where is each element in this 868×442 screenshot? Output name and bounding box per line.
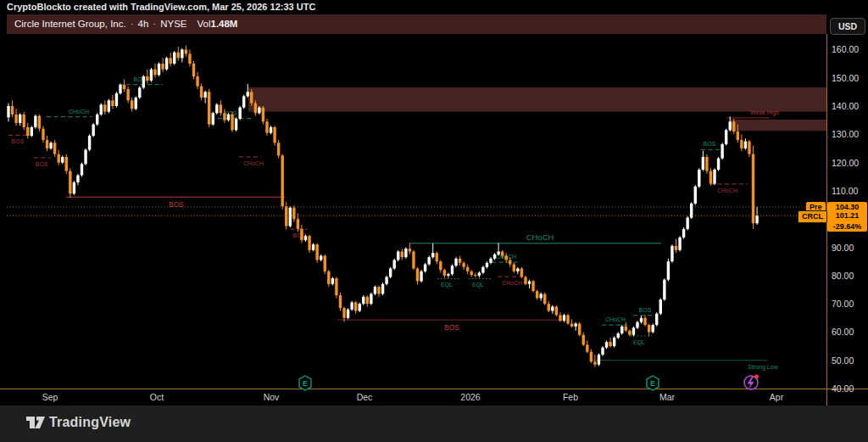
time-axis[interactable]: SepOctNovDec2026FebMarApr — [0, 0, 868, 442]
watermark-text: CryptoBlockto created with TradingView.c… — [7, 2, 315, 12]
tradingview-brand-text[interactable]: TradingView — [49, 415, 131, 430]
chart-window: BOSBOSCHoCHBOSBOSCHoCHBOSBOSCHoCHEQLEQLC… — [0, 0, 868, 442]
time-tick-label: Dec — [346, 392, 383, 402]
time-tick-label: Mar — [648, 392, 686, 402]
time-tick-label: Oct — [138, 392, 175, 402]
time-tick-label: Nov — [253, 392, 290, 402]
time-tick-label: Apr — [758, 392, 795, 402]
time-tick-label: Feb — [552, 392, 589, 402]
watermark-bar: CryptoBlockto created with TradingView.c… — [0, 0, 868, 14]
time-tick-label: Sep — [31, 392, 69, 402]
symbol-ticker-label: CRCL — [798, 210, 827, 223]
last-price-value: 101.21 — [827, 210, 867, 221]
last-price-change: -29.64% — [827, 221, 867, 232]
last-price-badge: 101.21 -29.64% — [827, 210, 867, 232]
tradingview-logo-icon[interactable] — [25, 416, 46, 431]
currency-button[interactable]: USD — [830, 18, 865, 35]
time-tick-label: 2026 — [452, 392, 489, 402]
